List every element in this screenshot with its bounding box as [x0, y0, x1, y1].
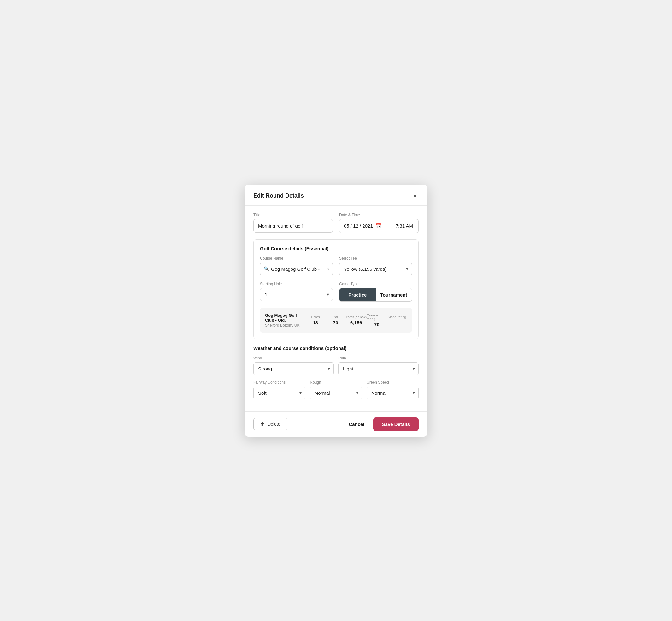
- trash-icon: 🗑: [261, 422, 265, 427]
- par-value: 70: [333, 320, 338, 325]
- search-icon: 🔍: [264, 266, 269, 272]
- fairway-label: Fairway Conditions: [253, 380, 305, 385]
- modal-title: Edit Round Details: [253, 193, 304, 199]
- yards-label: Yards(Yellow): [346, 315, 367, 319]
- select-tee-dropdown[interactable]: Yellow (6,156 yards) White Red Blue: [339, 262, 412, 276]
- date-value: 05 / 12 / 2021: [344, 223, 373, 229]
- course-name-group: Course Name 🔍 ×: [260, 256, 333, 276]
- yards-stat: Yards(Yellow) 6,156: [346, 315, 367, 325]
- wind-select-wrap: CalmLightModerate StrongVery Strong ▾: [253, 362, 334, 375]
- wind-rain-row: Wind CalmLightModerate StrongVery Strong…: [253, 356, 419, 375]
- rain-dropdown[interactable]: NoneLightModerateHeavy: [338, 362, 419, 375]
- starting-hole-group: Starting Hole 1234 5678 910 ▾: [260, 282, 333, 301]
- holes-label: Holes: [311, 315, 320, 319]
- green-speed-select-wrap: SlowNormalFast ▾: [367, 386, 419, 400]
- holes-stat: Holes 18: [305, 315, 326, 325]
- course-name-label: Course Name: [260, 256, 333, 261]
- par-stat: Par 70: [326, 315, 346, 325]
- select-tee-wrap: Yellow (6,156 yards) White Red Blue ▾: [339, 262, 412, 276]
- wind-label: Wind: [253, 356, 334, 360]
- hole-gametype-row: Starting Hole 1234 5678 910 ▾ Game Type …: [260, 282, 412, 302]
- course-tee-row: Course Name 🔍 × Select Tee Yellow (6,156…: [260, 256, 412, 276]
- course-rating-value: 70: [374, 322, 380, 327]
- starting-hole-wrap: 1234 5678 910 ▾: [260, 288, 333, 301]
- course-info-bar: Gog Magog Golf Club - Old, Shelford Bott…: [260, 308, 412, 333]
- rough-dropdown[interactable]: ShortNormalLong: [310, 386, 362, 400]
- conditions-section-title: Weather and course conditions (optional): [253, 345, 419, 351]
- rain-select-wrap: NoneLightModerateHeavy ▾: [338, 362, 419, 375]
- calendar-icon: 📅: [375, 223, 381, 229]
- date-time-group: 05 / 12 / 2021 📅 7:31 AM: [339, 219, 419, 233]
- clear-icon[interactable]: ×: [327, 266, 329, 272]
- modal-header: Edit Round Details ×: [245, 184, 427, 206]
- course-rating-label: Course rating: [367, 313, 387, 321]
- practice-button[interactable]: Practice: [339, 288, 376, 301]
- rain-label: Rain: [338, 356, 419, 360]
- game-type-label: Game Type: [339, 282, 412, 286]
- modal-footer: 🗑 Delete Cancel Save Details: [245, 411, 427, 437]
- title-date-row: Title Date & Time 05 / 12 / 2021 📅 7:31 …: [253, 213, 419, 233]
- holes-value: 18: [313, 320, 318, 325]
- green-speed-dropdown[interactable]: SlowNormalFast: [367, 386, 419, 400]
- game-type-toggle: Practice Tournament: [339, 288, 412, 302]
- game-type-group: Game Type Practice Tournament: [339, 282, 412, 302]
- par-label: Par: [333, 315, 338, 319]
- datetime-label: Date & Time: [339, 213, 419, 217]
- green-speed-label: Green Speed: [367, 380, 419, 385]
- datetime-group: Date & Time 05 / 12 / 2021 📅 7:31 AM: [339, 213, 419, 233]
- starting-hole-label: Starting Hole: [260, 282, 333, 286]
- fairway-rough-green-row: Fairway Conditions SoftNormalHard ▾ Roug…: [253, 380, 419, 400]
- title-group: Title: [253, 213, 333, 233]
- time-value: 7:31 AM: [395, 223, 413, 229]
- slope-rating-stat: Slope rating -: [387, 315, 407, 325]
- time-field[interactable]: 7:31 AM: [390, 219, 418, 233]
- delete-label: Delete: [267, 422, 280, 427]
- delete-button[interactable]: 🗑 Delete: [253, 418, 287, 430]
- rough-label: Rough: [310, 380, 362, 385]
- conditions-section: Weather and course conditions (optional)…: [253, 345, 419, 400]
- golf-section-title: Golf Course details (Essential): [260, 246, 412, 251]
- fairway-select-wrap: SoftNormalHard ▾: [253, 386, 305, 400]
- course-info-name: Gog Magog Golf Club - Old,: [265, 313, 305, 323]
- select-tee-group: Select Tee Yellow (6,156 yards) White Re…: [339, 256, 412, 276]
- slope-rating-label: Slope rating: [388, 315, 406, 319]
- course-name-location: Gog Magog Golf Club - Old, Shelford Bott…: [265, 313, 305, 328]
- wind-dropdown[interactable]: CalmLightModerate StrongVery Strong: [253, 362, 334, 375]
- title-input[interactable]: [253, 219, 333, 233]
- cancel-button[interactable]: Cancel: [343, 418, 370, 430]
- slope-rating-value: -: [396, 320, 398, 325]
- fairway-group: Fairway Conditions SoftNormalHard ▾: [253, 380, 305, 400]
- course-rating-stat: Course rating 70: [367, 313, 387, 327]
- close-button[interactable]: ×: [411, 192, 419, 200]
- starting-hole-dropdown[interactable]: 1234 5678 910: [260, 288, 333, 301]
- course-name-input[interactable]: [260, 262, 333, 276]
- course-name-search-wrap: 🔍 ×: [260, 262, 333, 276]
- golf-course-section: Golf Course details (Essential) Course N…: [253, 239, 419, 339]
- rough-group: Rough ShortNormalLong ▾: [310, 380, 362, 400]
- footer-right-actions: Cancel Save Details: [343, 417, 419, 431]
- save-button[interactable]: Save Details: [373, 417, 419, 431]
- green-speed-group: Green Speed SlowNormalFast ▾: [367, 380, 419, 400]
- modal-body: Title Date & Time 05 / 12 / 2021 📅 7:31 …: [245, 206, 427, 411]
- date-field[interactable]: 05 / 12 / 2021 📅: [339, 219, 390, 233]
- edit-round-modal: Edit Round Details × Title Date & Time 0…: [245, 184, 427, 437]
- title-label: Title: [253, 213, 333, 217]
- yards-value: 6,156: [350, 320, 362, 325]
- course-info-location: Shelford Bottom, UK: [265, 323, 305, 328]
- wind-group: Wind CalmLightModerate StrongVery Strong…: [253, 356, 334, 375]
- select-tee-label: Select Tee: [339, 256, 412, 261]
- tournament-button[interactable]: Tournament: [376, 288, 412, 301]
- rough-select-wrap: ShortNormalLong ▾: [310, 386, 362, 400]
- fairway-dropdown[interactable]: SoftNormalHard: [253, 386, 305, 400]
- rain-group: Rain NoneLightModerateHeavy ▾: [338, 356, 419, 375]
